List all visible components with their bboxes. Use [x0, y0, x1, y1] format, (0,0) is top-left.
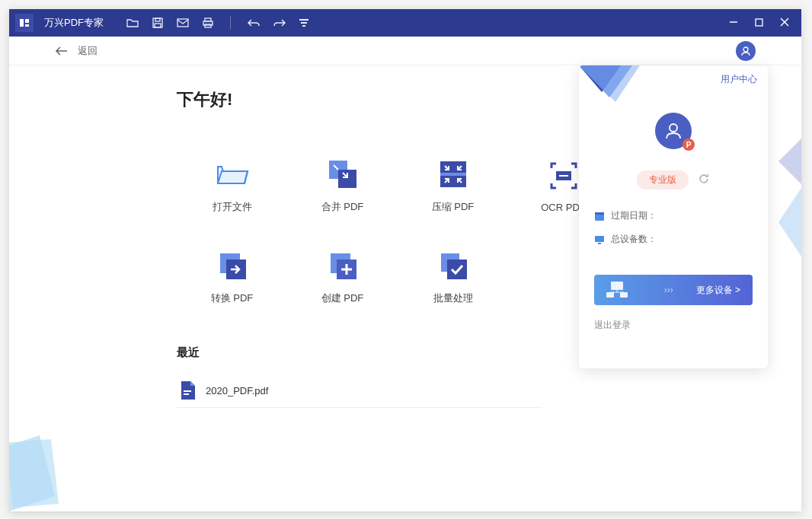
- action-convert-pdf[interactable]: 转换 PDF: [177, 231, 287, 323]
- svg-rect-38: [606, 292, 614, 298]
- action-compress-pdf[interactable]: 压缩 PDF: [398, 140, 508, 231]
- svg-rect-11: [301, 22, 307, 24]
- svg-rect-0: [20, 19, 24, 27]
- svg-rect-36: [598, 243, 601, 244]
- panel-avatar: P: [655, 113, 692, 149]
- action-grid: 打开文件 合并 PDF 压缩 PDF OCR PDF: [177, 140, 649, 323]
- pro-label-badge: 专业版: [637, 170, 689, 189]
- maximize-icon[interactable]: [755, 16, 763, 30]
- action-merge-pdf[interactable]: 合并 PDF: [287, 140, 398, 231]
- app-logo: [15, 14, 34, 32]
- folder-open-icon: [216, 158, 249, 191]
- user-panel: 用户中心 P 专业版 过期日期： 总设备数： ››› 更多设备 > 退出登录: [579, 65, 768, 368]
- window-controls: [729, 16, 795, 30]
- merge-icon: [326, 158, 360, 191]
- recent-filename: 2020_PDF.pdf: [206, 385, 268, 396]
- action-label: 批量处理: [433, 291, 473, 305]
- svg-rect-35: [595, 236, 604, 242]
- print-icon[interactable]: [203, 16, 213, 30]
- svg-rect-29: [447, 260, 467, 279]
- titlebar-tools: [126, 16, 308, 30]
- close-icon[interactable]: [780, 16, 789, 30]
- panel-decoration-icon: [579, 65, 640, 103]
- svg-rect-31: [184, 393, 189, 395]
- panel-info: 过期日期： 总设备数：: [579, 189, 768, 266]
- svg-rect-2: [25, 24, 29, 27]
- panel-badges: 专业版: [579, 170, 768, 189]
- svg-rect-34: [595, 212, 604, 215]
- undo-icon[interactable]: [248, 16, 260, 30]
- convert-icon: [216, 249, 249, 282]
- logout-link[interactable]: 退出登录: [579, 305, 768, 332]
- user-center-link[interactable]: 用户中心: [721, 73, 757, 86]
- svg-rect-21: [440, 173, 466, 176]
- open-folder-icon[interactable]: [126, 16, 139, 30]
- batch-icon: [436, 249, 470, 282]
- user-avatar-button[interactable]: [736, 41, 756, 61]
- more-devices-label: 更多设备 >: [696, 284, 740, 297]
- recent-heading: 最近: [177, 345, 634, 360]
- decoration-papers-icon: [9, 420, 78, 511]
- app-title: 万兴PDF专家: [44, 16, 104, 30]
- svg-rect-6: [177, 19, 188, 27]
- redo-icon[interactable]: [273, 16, 286, 30]
- svg-rect-4: [155, 18, 160, 21]
- action-batch-process[interactable]: 批量处理: [398, 231, 508, 323]
- svg-rect-14: [756, 19, 762, 26]
- svg-point-17: [743, 47, 748, 52]
- svg-rect-9: [205, 24, 211, 27]
- subheader: 返回: [9, 37, 801, 65]
- action-label: 打开文件: [213, 200, 252, 214]
- expire-label: 过期日期：: [611, 209, 657, 222]
- divider: [230, 16, 231, 30]
- refresh-icon[interactable]: [698, 173, 710, 188]
- svg-rect-5: [155, 24, 161, 27]
- titlebar: 万兴PDF专家: [9, 9, 801, 37]
- recent-section: 最近 2020_PDF.pdf: [177, 345, 634, 408]
- svg-rect-10: [299, 19, 308, 21]
- action-open-file[interactable]: 打开文件: [177, 140, 287, 231]
- action-label: 合并 PDF: [321, 200, 364, 214]
- svg-rect-30: [184, 390, 191, 392]
- menu-icon[interactable]: [299, 16, 308, 30]
- save-icon[interactable]: [152, 16, 163, 30]
- action-label: 转换 PDF: [211, 291, 254, 305]
- expire-row: 过期日期：: [594, 209, 753, 222]
- pro-badge-icon: P: [683, 139, 695, 151]
- monitor-icon: [594, 235, 605, 244]
- create-icon: [326, 249, 360, 282]
- devices-label: 总设备数：: [611, 233, 657, 246]
- greeting-heading: 下午好!: [177, 88, 634, 111]
- compress-icon: [436, 158, 470, 191]
- recent-file-item[interactable]: 2020_PDF.pdf: [177, 374, 542, 408]
- devices-icon: [606, 282, 628, 298]
- svg-point-32: [670, 124, 677, 132]
- more-devices-button[interactable]: ››› 更多设备 >: [594, 275, 753, 305]
- arrow-left-icon: [55, 46, 69, 56]
- svg-rect-12: [302, 25, 305, 27]
- panel-header: 用户中心: [579, 65, 768, 93]
- minimize-icon[interactable]: [729, 16, 738, 30]
- user-icon: [664, 122, 683, 140]
- devices-row: 总设备数：: [594, 233, 753, 246]
- mail-icon[interactable]: [177, 16, 189, 30]
- pdf-file-icon: [180, 381, 195, 400]
- svg-rect-37: [611, 282, 623, 290]
- back-label: 返回: [78, 44, 98, 58]
- action-create-pdf[interactable]: 创建 PDF: [287, 231, 398, 323]
- calendar-icon: [594, 211, 605, 221]
- action-label: 压缩 PDF: [432, 200, 475, 214]
- decoration-stripe-icon: [778, 131, 801, 298]
- action-label: 创建 PDF: [321, 291, 364, 305]
- ocr-icon: [547, 159, 580, 193]
- svg-rect-19: [338, 170, 356, 188]
- app-window: 万兴PDF专家 返回 下午好!: [9, 9, 801, 511]
- back-button[interactable]: 返回: [55, 44, 98, 58]
- svg-rect-39: [620, 292, 628, 298]
- svg-rect-1: [25, 19, 29, 23]
